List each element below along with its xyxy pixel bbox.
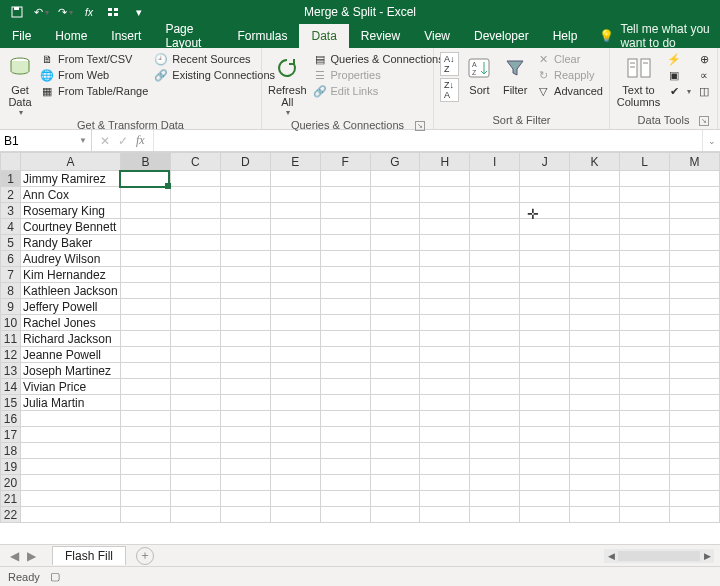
cell[interactable] [420,443,470,459]
cell[interactable] [669,171,719,187]
cell[interactable] [320,283,370,299]
cell[interactable] [470,235,520,251]
cell[interactable] [370,379,420,395]
cell[interactable] [370,507,420,523]
cell[interactable] [620,171,670,187]
col-header-I[interactable]: I [470,153,520,171]
cell[interactable] [120,235,170,251]
cell[interactable] [470,363,520,379]
cell[interactable] [520,187,570,203]
cell[interactable]: Jimmy Ramirez [20,171,120,187]
col-header-K[interactable]: K [570,153,620,171]
cell[interactable] [620,347,670,363]
cell[interactable] [120,203,170,219]
cell[interactable] [170,267,220,283]
row-header[interactable]: 8 [1,283,21,299]
cell[interactable] [320,331,370,347]
dialog-launcher-icon[interactable]: ↘ [415,121,425,131]
redo-icon[interactable]: ↷▾ [58,5,72,19]
cell[interactable] [420,283,470,299]
cell[interactable] [420,171,470,187]
cell[interactable] [470,219,520,235]
cell[interactable] [120,411,170,427]
cell[interactable] [170,427,220,443]
cell[interactable] [669,491,719,507]
cell[interactable] [470,427,520,443]
cell[interactable] [120,507,170,523]
cell[interactable] [570,235,620,251]
cell[interactable] [669,315,719,331]
cell[interactable] [470,267,520,283]
cell[interactable] [320,507,370,523]
tab-data[interactable]: Data [299,24,348,48]
cell[interactable] [220,459,270,475]
relationships-button[interactable]: ∝ [697,68,711,82]
cell[interactable] [520,267,570,283]
cell[interactable] [370,427,420,443]
cell[interactable] [570,379,620,395]
cell[interactable] [120,283,170,299]
cell[interactable] [570,203,620,219]
cell[interactable] [320,475,370,491]
fx-icon[interactable]: fx [82,5,96,19]
cell[interactable] [420,251,470,267]
cell[interactable] [170,203,220,219]
row-header[interactable]: 10 [1,315,21,331]
formula-input[interactable] [160,134,696,148]
select-all-corner[interactable] [1,153,21,171]
existing-connections-button[interactable]: 🔗Existing Connections [154,68,275,82]
col-header-A[interactable]: A [20,153,120,171]
advanced-button[interactable]: ▽Advanced [536,84,603,98]
cell[interactable] [420,507,470,523]
tab-file[interactable]: File [0,24,43,48]
cell[interactable] [669,475,719,491]
cell[interactable] [620,459,670,475]
cell[interactable] [420,267,470,283]
refresh-all-button[interactable]: Refresh All▾ [268,52,307,117]
row-header[interactable]: 3 [1,203,21,219]
tab-developer[interactable]: Developer [462,24,541,48]
row-header[interactable]: 19 [1,459,21,475]
row-header[interactable]: 7 [1,267,21,283]
row-header[interactable]: 1 [1,171,21,187]
cell[interactable] [170,331,220,347]
cell[interactable] [220,171,270,187]
col-header-G[interactable]: G [370,153,420,171]
scroll-track[interactable] [618,551,700,561]
cell[interactable] [120,459,170,475]
cell[interactable] [370,203,420,219]
tab-insert[interactable]: Insert [99,24,153,48]
cell[interactable] [470,379,520,395]
cell[interactable] [420,299,470,315]
cell[interactable] [520,283,570,299]
cell[interactable] [520,395,570,411]
tab-view[interactable]: View [412,24,462,48]
cell[interactable]: Joseph Martinez [20,363,120,379]
cell[interactable] [570,299,620,315]
cell[interactable] [570,411,620,427]
cell[interactable] [620,235,670,251]
cell[interactable]: Jeffery Powell [20,299,120,315]
cell[interactable] [570,443,620,459]
cell[interactable] [120,395,170,411]
cell[interactable] [170,395,220,411]
cell[interactable] [420,491,470,507]
cell[interactable] [420,235,470,251]
tab-review[interactable]: Review [349,24,412,48]
cell[interactable] [270,363,320,379]
name-box-input[interactable] [4,134,64,148]
cell[interactable] [220,395,270,411]
cell[interactable] [420,395,470,411]
col-header-D[interactable]: D [220,153,270,171]
cell[interactable] [570,283,620,299]
cell[interactable] [220,411,270,427]
cell[interactable] [669,219,719,235]
cell[interactable]: Kim Hernandez [20,267,120,283]
cell[interactable] [20,427,120,443]
cell[interactable] [420,187,470,203]
cell[interactable] [320,411,370,427]
row-header[interactable]: 18 [1,443,21,459]
cell[interactable] [270,235,320,251]
cell[interactable] [669,443,719,459]
cell[interactable] [470,411,520,427]
